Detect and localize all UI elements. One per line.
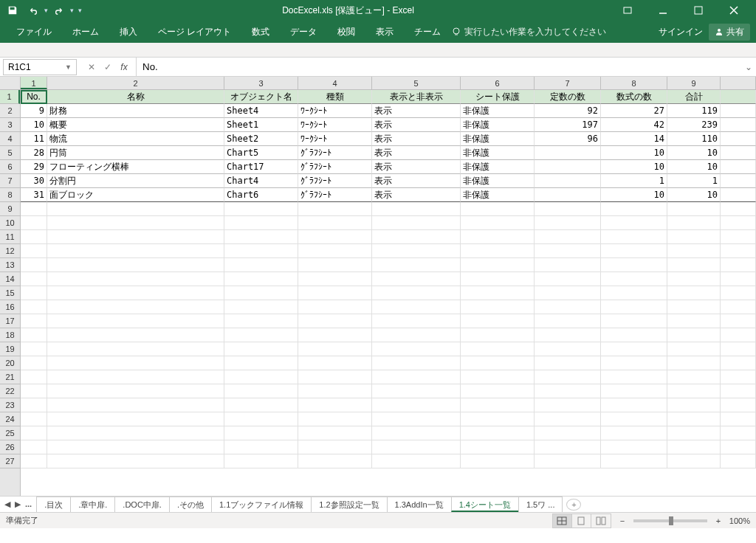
zoom-out-button[interactable]: −	[617, 516, 628, 525]
zoom-slider[interactable]	[633, 519, 707, 522]
empty-cell[interactable]	[224, 314, 298, 328]
row-header-27[interactable]: 27	[0, 454, 20, 468]
empty-cell[interactable]	[372, 328, 461, 342]
tab-more[interactable]: ...	[25, 499, 32, 509]
data-cell[interactable]: 非保護	[461, 132, 535, 146]
empty-cell[interactable]	[461, 440, 535, 454]
empty-cell[interactable]	[667, 216, 721, 230]
col-header-9[interactable]: 9	[667, 77, 721, 89]
empty-cell[interactable]	[601, 398, 667, 412]
header-cell[interactable]: 名称	[47, 90, 224, 104]
undo-dropdown[interactable]: ▾	[44, 7, 48, 14]
empty-cell[interactable]	[224, 398, 298, 412]
data-cell[interactable]: Sheet1	[224, 118, 298, 132]
data-cell[interactable]: 物流	[47, 132, 224, 146]
data-cell[interactable]: 表示	[372, 132, 461, 146]
empty-cell[interactable]	[298, 258, 372, 272]
empty-cell[interactable]	[372, 398, 461, 412]
empty-cell[interactable]	[224, 370, 298, 384]
empty-cell[interactable]	[224, 244, 298, 258]
normal-view-button[interactable]	[553, 514, 572, 528]
empty-cell[interactable]	[224, 216, 298, 230]
sheet-tab[interactable]: .DOC中扉.	[114, 497, 170, 512]
ribbon-tab-2[interactable]: 挿入	[109, 21, 148, 43]
insert-function-button[interactable]: fx	[117, 60, 131, 75]
empty-cell[interactable]	[47, 370, 224, 384]
empty-cell[interactable]	[667, 286, 721, 300]
empty-cell[interactable]	[224, 356, 298, 370]
empty-cell[interactable]	[21, 258, 47, 272]
empty-cell[interactable]	[461, 244, 535, 258]
empty-cell[interactable]	[47, 384, 224, 398]
data-cell[interactable]: ﾜｰｸｼｰﾄ	[298, 132, 372, 146]
empty-cell[interactable]	[21, 202, 47, 216]
empty-cell[interactable]	[224, 440, 298, 454]
empty-cell[interactable]	[535, 286, 601, 300]
row-header-19[interactable]: 19	[0, 342, 20, 356]
empty-cell[interactable]	[47, 258, 224, 272]
empty-cell[interactable]	[224, 202, 298, 216]
row-header-14[interactable]: 14	[0, 272, 20, 286]
row-header-15[interactable]: 15	[0, 286, 20, 300]
empty-cell[interactable]	[535, 356, 601, 370]
empty-cell[interactable]	[461, 328, 535, 342]
empty-cell[interactable]	[298, 440, 372, 454]
empty-cell[interactable]	[372, 384, 461, 398]
empty-cell[interactable]	[535, 440, 601, 454]
col-header-6[interactable]: 6	[461, 77, 535, 89]
data-cell[interactable]	[535, 146, 601, 160]
empty-cell[interactable]	[47, 412, 224, 426]
empty-cell[interactable]	[667, 412, 721, 426]
name-box-dropdown-icon[interactable]: ▼	[65, 63, 72, 71]
data-cell[interactable]: フローティング横棒	[47, 160, 224, 174]
empty-cell[interactable]	[372, 314, 461, 328]
data-cell[interactable]: 28	[21, 146, 47, 160]
cells-area[interactable]: No.名称オブジェクト名種類表示と非表示シート保護定数の数数式の数合計9財務Sh…	[21, 90, 756, 496]
empty-cell[interactable]	[667, 258, 721, 272]
header-cell[interactable]: 合計	[667, 90, 721, 104]
maximize-button[interactable]	[685, 1, 712, 19]
empty-cell[interactable]	[667, 440, 721, 454]
empty-cell[interactable]	[224, 384, 298, 398]
empty-cell[interactable]	[601, 300, 667, 314]
sheet-tab[interactable]: 1.5ワ ...	[518, 497, 563, 512]
empty-cell[interactable]	[667, 244, 721, 258]
data-cell[interactable]: 9	[21, 104, 47, 118]
col-header-3[interactable]: 3	[224, 77, 298, 89]
empty-cell[interactable]	[372, 426, 461, 440]
empty-cell[interactable]	[224, 342, 298, 356]
data-cell[interactable]: Sheet4	[224, 104, 298, 118]
formula-input[interactable]	[137, 59, 741, 75]
empty-cell[interactable]	[372, 342, 461, 356]
empty-cell[interactable]	[298, 300, 372, 314]
cancel-formula-button[interactable]: ✕	[84, 60, 99, 75]
empty-cell[interactable]	[372, 300, 461, 314]
page-layout-view-button[interactable]	[572, 514, 591, 528]
empty-cell[interactable]	[298, 314, 372, 328]
data-cell[interactable]: 29	[21, 160, 47, 174]
redo-dropdown[interactable]: ▾	[70, 7, 74, 14]
row-header-3[interactable]: 3	[0, 118, 20, 132]
header-cell[interactable]: 数式の数	[601, 90, 667, 104]
header-cell[interactable]: 表示と非表示	[372, 90, 461, 104]
empty-cell[interactable]	[298, 342, 372, 356]
empty-cell[interactable]	[298, 216, 372, 230]
empty-cell[interactable]	[298, 202, 372, 216]
empty-cell[interactable]	[461, 384, 535, 398]
empty-cell[interactable]	[667, 356, 721, 370]
empty-cell[interactable]	[535, 202, 601, 216]
empty-cell[interactable]	[535, 342, 601, 356]
row-header-16[interactable]: 16	[0, 300, 20, 314]
empty-cell[interactable]	[224, 454, 298, 468]
data-cell[interactable]: 表示	[372, 160, 461, 174]
expand-formula-bar[interactable]: ⌄	[741, 62, 756, 72]
ribbon-tab-8[interactable]: チーム	[404, 21, 451, 43]
data-cell[interactable]: ｸﾞﾗﾌｼｰﾄ	[298, 160, 372, 174]
empty-cell[interactable]	[21, 426, 47, 440]
empty-cell[interactable]	[21, 216, 47, 230]
empty-cell[interactable]	[298, 272, 372, 286]
enter-formula-button[interactable]: ✓	[100, 60, 115, 75]
row-header-1[interactable]: 1	[0, 90, 20, 104]
empty-cell[interactable]	[47, 440, 224, 454]
empty-cell[interactable]	[224, 230, 298, 244]
